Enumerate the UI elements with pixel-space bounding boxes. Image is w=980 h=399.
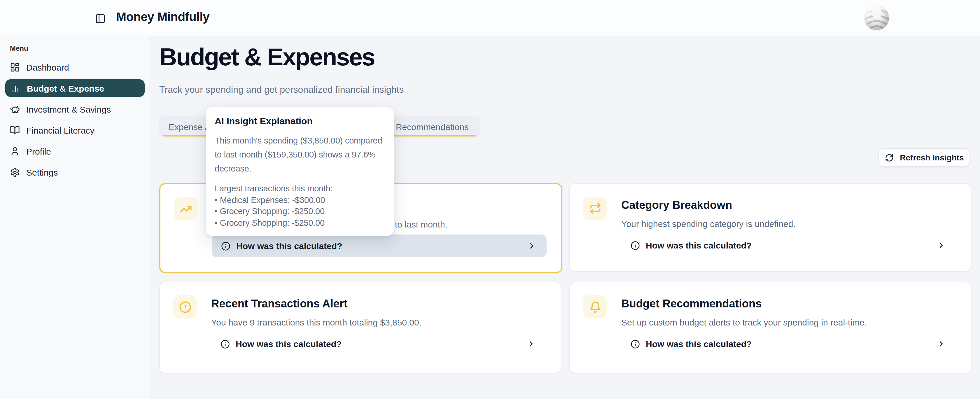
how-calculated-button[interactable]: How was this calculated? [621,234,956,257]
top-header: Money Mindfully [0,0,980,36]
refresh-insights-label: Refresh Insights [900,153,964,162]
tooltip-list-intro: Largest transactions this month: [215,183,385,194]
sidebar-toggle-button[interactable] [93,12,107,25]
page-subtitle: Track your spending and get personalized… [159,84,404,95]
card-title: Category Breakdown [621,199,732,213]
sidebar: Menu Dashboard Budget & Expense Investme… [0,36,150,399]
app-title: Money Mindfully [116,10,209,24]
tooltip-bullet: • Grocery Shopping: -$250.00 [215,217,385,229]
tooltip-bullet: • Grocery Shopping: -$250.00 [215,206,385,217]
tooltip-paragraph: This month's spending ($3,850.00) compar… [215,134,385,176]
sidebar-item-label: Budget & Expense [27,83,104,93]
sidebar-item-investment-savings[interactable]: Investment & Savings [0,99,145,119]
chevron-right-icon [527,242,536,250]
sidebar-item-financial-literacy[interactable]: Financial Literacy [0,119,145,141]
book-open-icon [10,125,20,135]
card-description: Set up custom budget alerts to track you… [621,317,953,329]
card-recent-transactions-alert: Recent Transactions Alert You have 9 tra… [159,282,561,374]
avatar[interactable] [864,6,889,30]
info-icon [631,241,640,250]
card-title: Budget Recommendations [621,297,762,312]
chart-column-icon [11,83,21,93]
sidebar-item-label: Dashboard [26,62,69,72]
card-description: Your highest spending category is undefi… [621,219,953,230]
sidebar-item-label: Profile [26,146,51,156]
chevron-right-icon [937,241,946,250]
piggy-bank-icon [10,104,20,114]
info-icon [221,339,230,348]
sidebar-nav: Dashboard Budget & Expense Investment & … [0,57,149,183]
sidebar-item-label: Investment & Savings [26,104,111,114]
trending-up-icon [174,197,197,221]
sidebar-item-profile[interactable]: Profile [0,141,145,162]
info-icon [221,241,231,251]
card-budget-recommendations: Budget Recommendations Set up custom bud… [570,282,971,374]
tooltip-title: AI Insight Explanation [215,116,385,127]
repeat-icon [583,197,607,220]
app-root: Money Mindfully Menu Dashboard Budget & … [0,0,980,399]
ai-insight-tooltip: AI Insight Explanation This month's spen… [206,107,394,236]
how-calculated-label: How was this calculated? [235,339,342,349]
how-calculated-button[interactable]: How was this calculated? [212,235,547,257]
dashboard-icon [10,62,20,72]
gear-icon [10,167,20,177]
how-calculated-label: How was this calculated? [236,241,342,251]
sidebar-section-label: Menu [10,45,28,52]
how-calculated-label: How was this calculated? [646,339,752,349]
refresh-icon [885,153,893,162]
chevron-right-icon [937,340,946,348]
sidebar-item-budget-expense[interactable]: Budget & Expense [5,79,145,97]
sidebar-item-dashboard[interactable]: Dashboard [0,57,145,78]
alert-circle-icon [173,295,197,318]
info-icon [631,339,640,348]
bell-icon [583,295,607,318]
tooltip-transactions-list: Largest transactions this month: • Medic… [215,183,385,229]
sidebar-item-label: Settings [26,167,58,177]
tooltip-bullet: • Medical Expenses: -$300.00 [215,194,385,206]
how-calculated-label: How was this calculated? [646,240,752,250]
card-category-breakdown: Category Breakdown Your highest spending… [570,183,971,272]
sidebar-item-settings[interactable]: Settings [0,162,145,183]
chevron-right-icon [527,340,536,348]
panel-left-icon [95,13,106,24]
refresh-insights-button[interactable]: Refresh Insights [878,148,970,167]
how-calculated-button[interactable]: How was this calculated? [211,332,546,355]
user-icon [10,146,20,156]
card-title: Recent Transactions Alert [211,297,347,312]
sidebar-item-label: Financial Literacy [26,125,94,135]
card-description: You have 9 transactions this month total… [211,317,543,329]
how-calculated-button[interactable]: How was this calculated? [621,332,956,355]
page-title: Budget & Expenses [159,43,374,71]
